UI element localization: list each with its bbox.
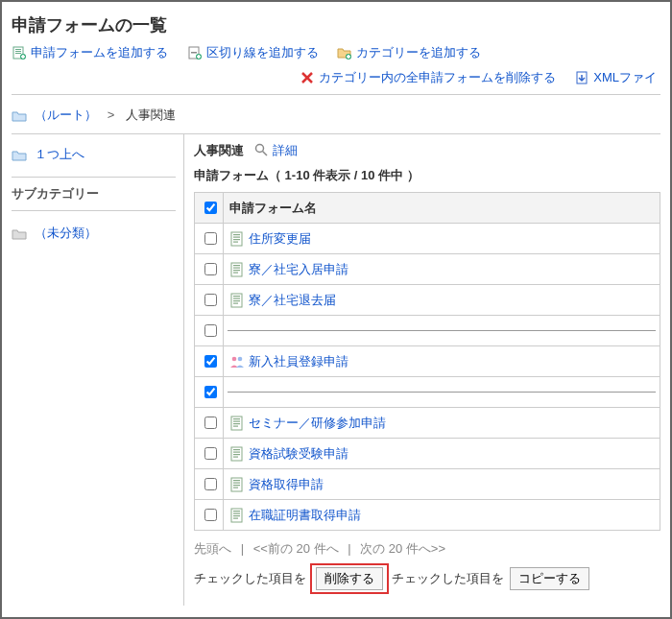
delete-icon [300,70,315,85]
svg-rect-8 [191,52,197,54]
folder-up-icon [12,148,27,163]
col-checkbox [195,193,224,224]
sidebar-uncategorized[interactable]: （未分類） [12,221,176,251]
form-cell: 資格取得申請 [224,469,660,500]
add-form-label: 申請フォームを追加する [31,44,168,61]
row-checkbox[interactable] [204,417,217,429]
breadcrumb-sep: > [104,107,118,122]
forms-table: 申請フォーム名 住所変更届寮／社宅入居申請寮／社宅退去届新入社員登録申請セミナー… [194,192,660,531]
add-separator-link[interactable]: 区切り線を追加する [187,44,319,61]
col-formname: 申請フォーム名 [224,193,660,224]
sidebar-up-one[interactable]: １つ上へ [12,142,176,173]
svg-rect-39 [233,421,240,422]
form-cell: 新入社員登録申請 [224,346,660,377]
svg-point-18 [255,145,263,153]
row-checkbox[interactable] [204,232,217,245]
svg-rect-48 [233,480,240,481]
add-form-link[interactable]: 申請フォームを追加する [12,44,168,61]
svg-rect-46 [233,457,238,458]
delete-all-link[interactable]: カテゴリー内の全申請フォームを削除する [300,69,556,86]
svg-rect-22 [233,237,240,238]
svg-rect-50 [233,485,240,486]
form-link[interactable]: 寮／社宅入居申請 [249,262,348,276]
svg-rect-45 [233,454,240,455]
row-checkbox[interactable] [204,509,217,521]
separator-row [224,316,660,346]
form-icon [229,508,245,523]
sidebar-subcat-header: サブカテゴリー [12,177,176,211]
svg-rect-41 [233,426,238,427]
select-all-checkbox[interactable] [204,202,217,214]
magnifier-icon [253,142,269,157]
row-checkbox[interactable] [204,447,217,460]
form-link[interactable]: セミナー／研修参加申請 [249,416,386,430]
svg-rect-55 [233,515,240,516]
xml-file-label: XMLファイ [593,69,657,86]
svg-rect-23 [233,239,240,240]
breadcrumb-current: 人事関連 [126,107,176,122]
detail-link[interactable]: 詳細 [253,143,298,157]
form-icon [229,477,245,492]
form-link[interactable]: 資格試験受験申請 [249,446,348,461]
delete-all-label: カテゴリー内の全申請フォームを削除する [319,69,556,86]
svg-rect-51 [233,488,238,488]
folder-icon [12,226,27,242]
xml-file-link[interactable]: XMLファイ [574,69,657,86]
svg-rect-14 [347,56,350,58]
row-checkbox[interactable] [204,324,217,337]
form-link[interactable]: 在職証明書取得申請 [249,508,361,522]
svg-rect-2 [15,51,21,52]
folder-icon [12,108,27,124]
svg-rect-28 [233,270,240,271]
row-checkbox[interactable] [204,355,217,368]
detail-label: 詳細 [273,143,298,157]
form-icon [229,293,245,308]
form-icon [229,231,245,247]
form-cell: 資格試験受験申請 [224,439,660,469]
sidebar-up-label: １つ上へ [35,147,84,161]
svg-rect-49 [233,483,240,484]
svg-rect-43 [233,449,240,450]
sidebar: １つ上へ サブカテゴリー （未分類） [12,134,184,606]
bottom-label-2: チェックした項目を [392,571,504,585]
delete-button[interactable]: 削除する [316,567,383,590]
breadcrumb-root[interactable]: （ルート） [35,107,97,122]
bottom-label-1: チェックした項目を [194,571,306,585]
form-cell: 寮／社宅退去届 [224,285,660,316]
form-link[interactable]: 新入社員登録申請 [249,354,348,369]
row-checkbox[interactable] [204,386,217,398]
row-checkbox[interactable] [204,263,217,275]
svg-rect-44 [233,452,240,453]
row-checkbox[interactable] [204,294,217,306]
svg-rect-34 [233,303,238,304]
svg-rect-40 [233,423,240,424]
svg-rect-24 [233,242,238,243]
divider [12,94,660,95]
list-heading: 申請フォーム（ 1-10 件表示 / 10 件中 ） [194,167,660,184]
add-category-link[interactable]: カテゴリーを追加する [337,44,481,61]
svg-rect-1 [15,49,21,50]
form-link[interactable]: 住所変更届 [249,231,311,246]
svg-rect-53 [233,511,240,512]
svg-rect-32 [233,298,240,299]
svg-rect-26 [233,265,240,266]
separator-row [224,377,660,408]
people-icon [229,354,245,369]
form-link[interactable]: 寮／社宅退去届 [249,293,336,307]
row-checkbox[interactable] [204,478,217,490]
add-separator-icon [187,45,203,60]
form-cell: 住所変更届 [224,224,660,254]
pager-next: 次の 20 件へ>> [360,541,445,556]
svg-rect-6 [21,56,25,58]
svg-rect-11 [197,56,201,58]
svg-rect-54 [233,513,240,514]
form-icon [229,446,245,462]
bottom-actions: チェックした項目を 削除する チェックした項目を コピーする [194,563,660,594]
main-content: 人事関連 詳細 申請フォーム（ 1-10 件表示 / 10 件中 ） 申請フォー… [184,134,660,606]
svg-rect-29 [233,273,238,274]
form-cell: セミナー／研修参加申請 [224,408,660,439]
svg-rect-56 [233,518,238,519]
pager-prev: <<前の 20 件へ [253,541,339,556]
copy-button[interactable]: コピーする [510,567,589,590]
form-link[interactable]: 資格取得申請 [249,477,324,491]
